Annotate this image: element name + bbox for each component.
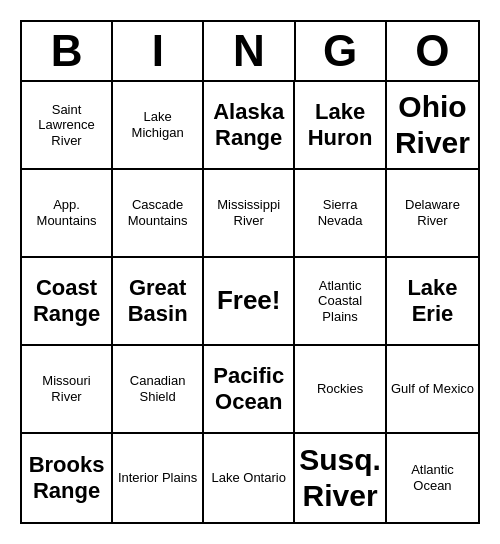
bingo-grid: Saint Lawrence RiverLake MichiganAlaska … xyxy=(22,82,478,522)
bingo-cell-10: Coast Range xyxy=(22,258,113,346)
bingo-cell-11: Great Basin xyxy=(113,258,204,346)
bingo-cell-15: Missouri River xyxy=(22,346,113,434)
bingo-cell-3: Lake Huron xyxy=(295,82,387,170)
bingo-cell-9: Delaware River xyxy=(387,170,478,258)
bingo-card: BINGO Saint Lawrence RiverLake MichiganA… xyxy=(20,20,480,524)
header-letter-b: B xyxy=(22,22,113,80)
bingo-cell-1: Lake Michigan xyxy=(113,82,204,170)
bingo-cell-16: Canadian Shield xyxy=(113,346,204,434)
bingo-cell-17: Pacific Ocean xyxy=(204,346,295,434)
bingo-cell-2: Alaska Range xyxy=(204,82,295,170)
header-letter-o: O xyxy=(387,22,478,80)
bingo-cell-21: Interior Plains xyxy=(113,434,204,522)
bingo-cell-24: Atlantic Ocean xyxy=(387,434,478,522)
bingo-cell-23: Susq. River xyxy=(295,434,387,522)
bingo-cell-19: Gulf of Mexico xyxy=(387,346,478,434)
header-letter-i: I xyxy=(113,22,204,80)
bingo-cell-4: Ohio River xyxy=(387,82,478,170)
bingo-cell-13: Atlantic Coastal Plains xyxy=(295,258,387,346)
bingo-cell-5: App. Mountains xyxy=(22,170,113,258)
bingo-cell-22: Lake Ontario xyxy=(204,434,295,522)
bingo-cell-8: Sierra Nevada xyxy=(295,170,387,258)
bingo-header: BINGO xyxy=(22,22,478,82)
bingo-cell-6: Cascade Mountains xyxy=(113,170,204,258)
bingo-cell-0: Saint Lawrence River xyxy=(22,82,113,170)
bingo-cell-14: Lake Erie xyxy=(387,258,478,346)
bingo-cell-20: Brooks Range xyxy=(22,434,113,522)
bingo-cell-12: Free! xyxy=(204,258,295,346)
header-letter-g: G xyxy=(296,22,387,80)
bingo-cell-7: Mississippi River xyxy=(204,170,295,258)
bingo-cell-18: Rockies xyxy=(295,346,387,434)
header-letter-n: N xyxy=(204,22,295,80)
